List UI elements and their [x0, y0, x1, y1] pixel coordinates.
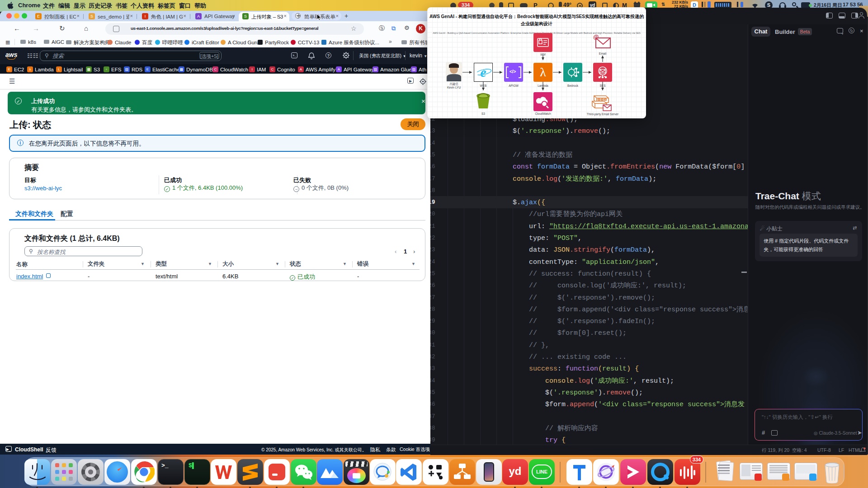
svg-text:@: @ — [593, 34, 599, 40]
